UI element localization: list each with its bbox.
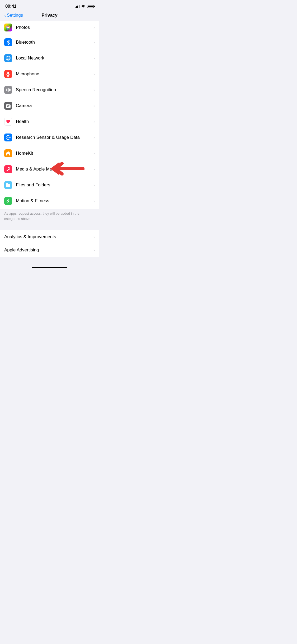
svg-rect-17 [8,88,9,92]
photos-icon [4,24,12,31]
media-item-wrapper: Media & Apple Music › [0,161,99,177]
battery-icon [87,5,94,8]
health-label: Health [16,119,92,124]
settings-item-media-apple-music[interactable]: Media & Apple Music › [0,161,99,177]
svg-rect-14 [6,89,7,91]
home-indicator [0,265,99,270]
svg-rect-25 [10,105,10,105]
settings-item-files-folders[interactable]: Files and Folders › [0,177,99,193]
motion-fitness-chevron-icon: › [93,199,95,203]
back-button[interactable]: ‹ Settings [4,13,23,18]
camera-icon [4,102,12,110]
svg-point-30 [8,199,9,200]
settings-item-camera[interactable]: Camera › [0,98,99,114]
svg-point-27 [7,137,8,138]
svg-rect-11 [7,72,9,75]
settings-item-homekit[interactable]: HomeKit › [0,145,99,161]
svg-point-2 [8,28,10,30]
page-title: Privacy [41,13,58,18]
back-label: Settings [7,13,23,18]
research-sensor-icon [4,134,12,141]
research-sensor-label: Research Sensor & Usage Data [16,135,92,140]
svg-point-28 [9,137,10,138]
settings-item-local-network[interactable]: Local Network › [0,50,99,66]
svg-rect-19 [10,89,11,91]
health-chevron-icon: › [93,119,95,124]
svg-rect-16 [8,88,8,92]
svg-rect-15 [7,88,7,92]
settings-item-health[interactable]: Health › [0,114,99,130]
status-icons [75,5,94,8]
analytics-label: Analytics & Improvements [4,234,92,240]
bottom-spacer [0,257,99,265]
photos-chevron-icon: › [93,25,95,30]
local-network-label: Local Network [16,56,92,61]
apple-advertising-label: Apple Advertising [4,247,92,253]
settings-item-motion-fitness[interactable]: Motion & Fitness › [0,193,99,209]
settings-list: Photos › Bluetooth › Local Network › [0,21,99,209]
svg-rect-18 [9,89,10,91]
microphone-label: Microphone [16,71,92,77]
homekit-icon [4,149,12,157]
local-network-chevron-icon: › [93,56,95,60]
settings-item-microphone[interactable]: Microphone › [0,66,99,82]
files-folders-chevron-icon: › [93,183,95,187]
media-apple-music-icon [4,165,12,173]
apple-advertising-chevron-icon: › [93,248,95,252]
health-icon [4,118,12,126]
camera-label: Camera [16,103,92,108]
speech-recognition-label: Speech Recognition [16,87,92,93]
home-bar [32,267,67,268]
camera-chevron-icon: › [93,104,95,108]
speech-recognition-chevron-icon: › [93,88,95,92]
microphone-icon [4,70,12,78]
analytics-chevron-icon: › [93,235,95,239]
footer-text: As apps request access, they will be add… [4,211,79,221]
bluetooth-chevron-icon: › [93,40,95,44]
local-network-icon [4,54,12,62]
settings-item-speech-recognition[interactable]: Speech Recognition › [0,82,99,98]
media-apple-music-label: Media & Apple Music [16,167,92,172]
bluetooth-icon [4,38,12,46]
section-footer: As apps request access, they will be add… [0,209,99,226]
microphone-chevron-icon: › [93,72,95,76]
svg-point-5 [7,27,9,28]
back-chevron-icon: ‹ [4,13,6,18]
svg-rect-24 [7,104,8,105]
settings-item-research-sensor[interactable]: Research Sensor & Usage Data › [0,130,99,145]
media-apple-music-chevron-icon: › [93,167,95,171]
settings-item-photos[interactable]: Photos › [0,21,99,34]
motion-fitness-icon [4,197,12,205]
bluetooth-label: Bluetooth [16,40,92,45]
homekit-label: HomeKit [16,151,92,156]
photos-label: Photos [16,25,92,30]
files-folders-label: Files and Folders [16,182,92,188]
svg-point-23 [8,106,9,107]
wifi-icon [81,5,86,8]
settings-item-bluetooth[interactable]: Bluetooth › [0,34,99,50]
speech-recognition-icon [4,86,12,94]
bottom-settings-list: Analytics & Improvements › Apple Adverti… [0,230,99,257]
nav-bar: ‹ Settings Privacy [0,11,99,21]
settings-item-apple-advertising[interactable]: Apple Advertising › [0,243,99,257]
files-folders-icon [4,181,12,189]
section-gap [0,226,99,230]
signal-icon [75,5,79,8]
homekit-chevron-icon: › [93,151,95,155]
settings-item-analytics[interactable]: Analytics & Improvements › [0,230,99,243]
status-time: 09:41 [5,4,16,9]
svg-point-3 [7,28,8,30]
research-sensor-chevron-icon: › [93,135,95,140]
motion-fitness-label: Motion & Fitness [16,198,92,204]
status-bar: 09:41 [0,0,99,11]
